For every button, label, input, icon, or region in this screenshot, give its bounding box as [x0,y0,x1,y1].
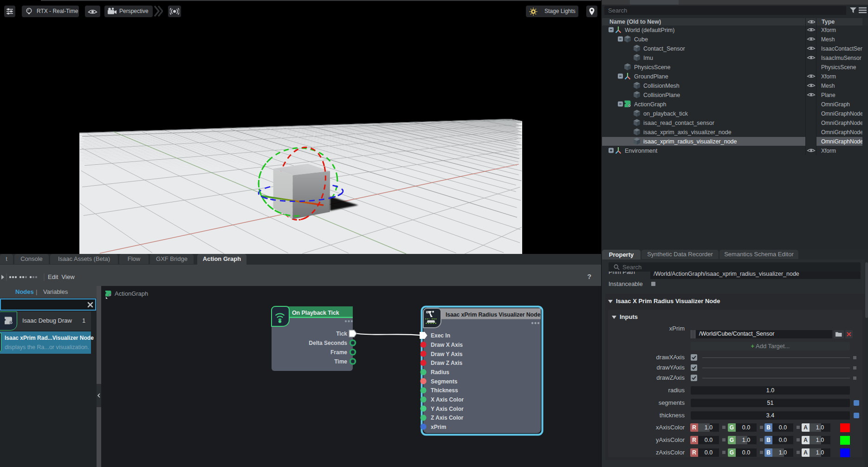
svg-text:OmniGraphNode: OmniGraphNode [821,110,863,117]
svg-text:OmniGraphNode: OmniGraphNode [821,138,863,145]
svg-text:Xform: Xform [821,73,836,80]
svg-text:Isaac xPrim Radius Visualizer: Isaac xPrim Radius Visualizer Node [446,311,540,318]
svg-text:Contact_Sensor: Contact_Sensor [643,45,685,52]
svg-text:IsaacImuSensor: IsaacImuSensor [821,55,862,61]
svg-text:PhysicsScene: PhysicsScene [821,64,856,71]
svg-text:on_playback_tick: on_playback_tick [643,110,688,117]
svg-text:Draw Y Axis: Draw Y Axis [431,351,463,357]
svg-text:PhysicsScene: PhysicsScene [634,64,671,71]
svg-text:ActionGraph: ActionGraph [115,290,148,297]
svg-text:OmniGraphNode: OmniGraphNode [821,120,863,126]
svg-text:Frame: Frame [330,349,347,356]
svg-text:CollisionPlane: CollisionPlane [643,92,680,98]
svg-text:xPrim: xPrim [431,424,446,430]
svg-text:IsaacContactSen: IsaacContactSen [821,45,863,52]
svg-text:Draw X Axis: Draw X Axis [431,342,463,348]
svg-text:OmniGraphNode: OmniGraphNode [821,129,863,136]
svg-text:Exec In: Exec In [431,332,450,339]
svg-text:Y Axis Color: Y Axis Color [431,406,464,412]
svg-text:Xform: Xform [821,27,836,33]
svg-text:Imu: Imu [643,55,653,61]
svg-text:Xform: Xform [821,148,836,154]
svg-text:ActionGraph: ActionGraph [634,101,667,108]
svg-text:Radius: Radius [431,369,449,376]
svg-text:X Axis Color: X Axis Color [431,396,464,403]
svg-text:Plane: Plane [821,92,836,98]
svg-text:Z Axis Color: Z Axis Color [431,415,464,421]
svg-text:Mesh: Mesh [821,83,835,89]
svg-text:Environment: Environment [625,148,658,154]
svg-text:Segments: Segments [431,378,458,385]
svg-text:Time: Time [334,358,347,365]
svg-text:Mesh: Mesh [821,36,835,43]
svg-text:Thickness: Thickness [431,387,458,394]
svg-text:World (defaultPrim): World (defaultPrim) [625,27,674,33]
svg-text:Cube: Cube [634,36,648,43]
svg-text:OmniGraph: OmniGraph [821,101,850,108]
svg-text:Draw Z Axis: Draw Z Axis [431,360,463,366]
svg-text:isaac_xprim_axis_visualizer_no: isaac_xprim_axis_visualizer_node [643,129,732,136]
svg-text:CollisionMesh: CollisionMesh [643,83,680,89]
svg-text:GroundPlane: GroundPlane [634,73,668,80]
svg-text:isaac_read_contact_sensor: isaac_read_contact_sensor [643,120,714,126]
svg-text:Tick: Tick [336,331,347,337]
svg-text:Delta Seconds: Delta Seconds [309,340,347,346]
svg-text:isaac_xprim_radius_visualizer_: isaac_xprim_radius_visualizer_node [643,138,737,145]
svg-text:On Playback Tick: On Playback Tick [292,310,339,316]
